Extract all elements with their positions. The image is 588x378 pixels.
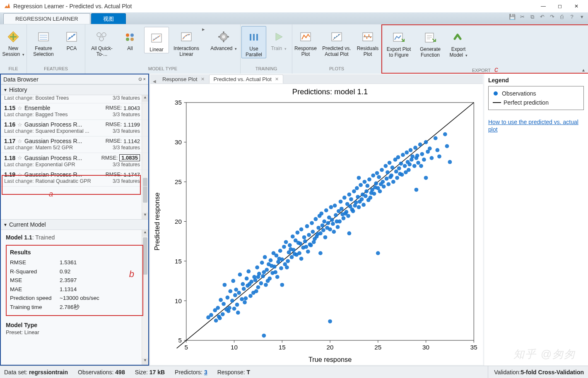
svg-point-156 [299,257,304,261]
svg-point-144 [284,240,288,244]
history-item[interactable]: 1.16☆Gaussian Process R...RMSE:1.1199Las… [1,120,148,136]
svg-point-309 [407,163,412,167]
svg-point-22 [156,38,157,39]
plot-canvas[interactable]: 51015202530355101520253035Predictions: m… [150,84,483,368]
minimize-button[interactable]: — [535,0,552,12]
new-session-button[interactable]: New Session [1,26,26,57]
status-size: Size: 17 kB [135,369,165,376]
advanced-button[interactable]: Advanced [208,26,239,52]
svg-point-142 [282,245,286,249]
all-button[interactable]: All [118,26,142,52]
svg-point-157 [299,227,304,232]
ribbon-collapse-icon[interactable]: ▴ [582,67,585,73]
generate-function-button[interactable]: Generate Function [414,27,446,58]
plot-area: ◀ Response Plot✕ Predicted vs. Actual Pl… [149,74,588,366]
svg-point-109 [242,287,246,291]
pva-plot-button[interactable]: Predicted vs. Actual Plot [318,26,355,57]
result-row: MSE2.3597 [10,276,139,285]
svg-point-16 [130,33,134,37]
body: Data Browser⊙ × History ▲▼ 1.14☆Ensemble… [0,74,588,366]
close-button[interactable]: ✕ [568,0,585,12]
history-item[interactable]: 1.19☆Gaussian Process R...RMSE:1.1747Las… [1,170,148,187]
svg-point-276 [304,245,308,249]
history-item[interactable]: 1.14☆EnsembleRMSE:1.7020Last change:Boos… [1,95,148,103]
qa-copy-icon[interactable]: ⧉ [528,14,536,21]
qa-help-icon[interactable]: ? [568,14,576,21]
tab-view[interactable]: 视图 [91,13,126,24]
history-item[interactable]: 1.18☆Gaussian Process R...RMSE:1.0835Las… [1,153,148,170]
export-plot-button[interactable]: Export Plot to Figure [383,27,414,58]
svg-point-191 [339,200,343,204]
svg-point-277 [312,240,316,244]
close-icon[interactable]: ✕ [201,77,205,82]
use-parallel-button[interactable]: Use Parallel [241,26,266,58]
data-browser-header[interactable]: Data Browser⊙ × [1,74,148,84]
tab-prev-icon[interactable]: ◀ [153,79,158,84]
svg-point-304 [277,257,281,261]
qa-print-icon[interactable]: ⎙ [558,14,566,21]
svg-point-283 [369,191,374,195]
svg-point-135 [275,254,279,258]
result-row: MAE1.1314 [10,285,139,294]
svg-text:10: 10 [231,344,238,351]
svg-point-266 [428,146,432,151]
history-header[interactable]: History [1,84,148,95]
svg-point-240 [394,170,398,174]
svg-point-114 [248,294,253,298]
svg-point-261 [420,152,424,156]
residuals-plot-button[interactable]: Residuals Plot [355,26,380,57]
svg-point-284 [273,270,277,274]
svg-point-280 [340,212,345,216]
line-icon [493,102,501,103]
group-features: Feature Selection PCA FEATURES [27,24,85,74]
svg-point-14 [99,37,104,41]
feature-selection-button[interactable]: Feature Selection [28,26,59,57]
model-gallery-expand[interactable]: ▸ [202,26,208,32]
svg-point-123 [260,261,264,265]
all-quick-button[interactable]: All Quick-To-... [86,26,118,57]
results-heading: Results [10,249,139,256]
export-model-button[interactable]: Export Model [446,27,471,58]
tab-response-plot[interactable]: Response Plot✕ [158,74,209,84]
svg-point-108 [241,282,245,286]
svg-point-96 [225,296,229,300]
svg-point-179 [326,221,330,225]
svg-point-104 [236,311,240,315]
train-button[interactable]: Train [266,26,291,52]
svg-point-290 [218,316,222,320]
window-title: Regression Learner - Predicted vs. Actua… [13,3,535,10]
qa-cut-icon[interactable]: ✂ [518,14,526,21]
svg-point-259 [416,161,420,165]
tab-regression-learner[interactable]: REGRESSION LEARNER [3,13,90,24]
maximize-button[interactable]: ◻ [552,0,568,12]
svg-point-297 [335,220,339,224]
svg-point-291 [379,182,383,186]
help-link[interactable]: How to use the predicted vs. actual plot [488,118,584,133]
history-item[interactable]: 1.17☆Gaussian Process R...RMSE:1.1142Las… [1,136,148,153]
svg-text:Predictions: model 1.1: Predictions: model 1.1 [292,87,368,96]
svg-point-12 [97,33,101,37]
qa-save-icon[interactable]: 💾 [508,14,516,21]
qa-menu-icon[interactable]: ▾ [578,14,586,21]
svg-point-249 [405,151,409,155]
svg-point-256 [413,146,417,150]
group-plots: Response Plot Predicted vs. Actual Plot … [292,24,381,74]
history-item[interactable]: 1.15☆EnsembleRMSE:1.8043Last change:Bagg… [1,103,148,120]
svg-point-244 [399,162,403,166]
svg-point-173 [318,251,323,255]
svg-point-166 [311,230,315,234]
status-obs: Observations: 498 [78,369,125,376]
current-model-header[interactable]: Current Model [1,219,148,230]
svg-point-106 [238,273,242,277]
response-plot-button[interactable]: Response Plot [293,26,318,57]
svg-point-26 [186,35,187,36]
pca-button[interactable]: PCA [59,26,84,52]
linear-button[interactable]: Linear [144,27,169,53]
interactions-linear-button[interactable]: Interactions Linear [171,26,202,57]
svg-point-10 [71,36,73,37]
qa-redo-icon[interactable]: ↷ [548,14,556,21]
qa-undo-icon[interactable]: ↶ [538,14,546,21]
close-icon[interactable]: ✕ [275,77,279,82]
tab-pva-plot[interactable]: Predicted vs. Actual Plot✕ [209,74,283,84]
svg-point-227 [378,189,382,194]
